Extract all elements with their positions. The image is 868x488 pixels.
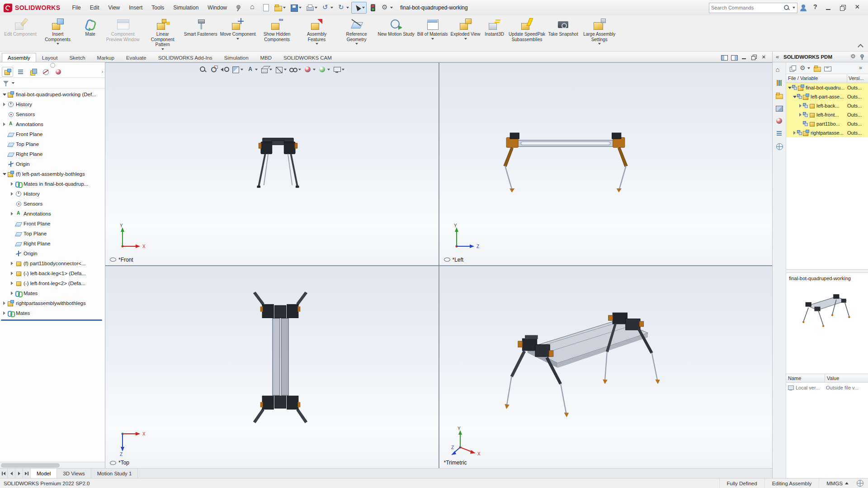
minimize-button[interactable] (821, 1, 835, 14)
view-tool-button[interactable] (245, 65, 258, 74)
expand-toggle[interactable] (1, 112, 7, 117)
ribbon-button[interactable]: Move Component (219, 16, 257, 51)
expand-toggle[interactable] (1, 151, 7, 157)
task-pane-tab[interactable] (774, 129, 784, 138)
expand-toggle[interactable] (9, 221, 15, 227)
ribbon-button[interactable]: Mate (78, 16, 103, 51)
ribbon-button[interactable]: Show Hidden Components (257, 16, 297, 51)
command-tab[interactable]: Evaluate (120, 53, 152, 62)
filter-caret-icon[interactable] (12, 82, 14, 84)
tree-item[interactable]: Mates in final-bot-quadrup... (0, 179, 105, 189)
quick-access-button[interactable] (351, 2, 367, 14)
pdm-toolbar-button[interactable] (799, 65, 810, 72)
ribbon-button[interactable]: Instant3D (482, 16, 507, 51)
pdm-options-gear-icon[interactable] (850, 53, 857, 61)
expand-toggle[interactable] (787, 85, 792, 91)
view-tool-button[interactable] (260, 65, 273, 74)
expand-toggle[interactable] (9, 271, 15, 277)
expand-toggle[interactable] (1, 171, 7, 177)
tree-item[interactable]: Right Plane (0, 239, 105, 249)
quick-access-button[interactable] (248, 2, 259, 14)
document-minimize-icon[interactable] (741, 54, 748, 61)
quick-access-button[interactable] (260, 2, 272, 14)
expand-toggle[interactable] (9, 191, 15, 197)
pdm-file-row[interactable]: left-back... Outs... (786, 101, 868, 110)
quick-access-button[interactable] (379, 2, 395, 14)
expand-toggle[interactable] (792, 130, 797, 136)
expand-toggle[interactable] (9, 251, 15, 257)
tree-item[interactable]: Mates (0, 308, 105, 318)
menu-item[interactable]: View (104, 2, 124, 13)
expand-toggle[interactable] (9, 241, 15, 247)
property-row[interactable]: Local ver... Outside file v... (786, 383, 868, 393)
column-header-value[interactable]: Value (825, 374, 868, 382)
command-tab[interactable]: MBD (255, 53, 278, 62)
tree-item[interactable]: (-) left-back-leg<1> (Defa... (0, 268, 105, 278)
search-scope-caret-icon[interactable] (793, 7, 795, 9)
command-tab[interactable]: SOLIDWORKS Add-Ins (152, 53, 218, 62)
ribbon-button[interactable]: Bill of Materials (416, 16, 449, 51)
command-tab[interactable]: SOLIDWORKS CAM (278, 53, 338, 62)
view-tool-button[interactable] (231, 65, 244, 74)
status-item[interactable]: MMGS (819, 479, 856, 488)
collapse-task-pane-icon[interactable] (776, 53, 781, 61)
login-button[interactable] (797, 2, 809, 14)
ribbon-collapse-icon[interactable] (857, 44, 863, 48)
feature-manager-tab[interactable] (52, 67, 64, 77)
command-tab[interactable]: Markup (91, 53, 120, 62)
tree-item[interactable]: Right Plane (0, 149, 105, 159)
expand-toggle[interactable] (792, 94, 797, 100)
menu-item[interactable]: File (67, 2, 85, 13)
ribbon-button[interactable]: Smart Fasteners (183, 16, 219, 51)
viewport-left[interactable]: Y Z *Left (439, 63, 773, 265)
pane-left-icon[interactable] (721, 54, 728, 61)
feature-manager-tab[interactable] (2, 67, 13, 77)
feature-manager-tab[interactable] (27, 67, 38, 77)
tree-horizontal-scrollbar[interactable] (0, 462, 105, 468)
tree-item[interactable]: Top Plane (0, 139, 105, 149)
view-tool-button[interactable] (274, 65, 287, 74)
ribbon-button[interactable]: Large Assembly Settings (580, 16, 619, 51)
expand-toggle[interactable] (1, 300, 7, 306)
quick-access-button[interactable] (304, 2, 319, 14)
document-restore-icon[interactable] (750, 54, 758, 61)
column-header-name[interactable]: Name (786, 374, 825, 382)
task-pane-tab[interactable] (774, 66, 784, 75)
search-input[interactable] (711, 5, 782, 10)
column-header-version[interactable]: Versi... (847, 74, 868, 83)
more-tabs-arrow-icon[interactable]: › (102, 69, 103, 74)
pane-right-icon[interactable] (731, 54, 738, 61)
next-tab-button[interactable] (15, 469, 23, 478)
expand-toggle[interactable] (1, 131, 7, 137)
ribbon-button[interactable]: Take Snapshot (547, 16, 580, 51)
search-icon[interactable] (783, 5, 790, 11)
tree-item[interactable]: Origin (0, 249, 105, 258)
tree-item[interactable]: rightpartassemblywithbothlegs (0, 298, 105, 308)
menu-item[interactable]: Window (203, 2, 231, 13)
expand-toggle[interactable] (9, 231, 15, 237)
expand-toggle[interactable] (1, 310, 7, 316)
feature-manager-tab[interactable] (14, 67, 26, 77)
ribbon-button[interactable]: Edit Component (3, 16, 38, 51)
status-item[interactable]: Fully Defined (719, 479, 764, 488)
tree-item[interactable]: History (0, 189, 105, 199)
ribbon-button[interactable]: Reference Geometry (337, 16, 377, 51)
expand-toggle[interactable] (1, 161, 7, 167)
view-tool-button[interactable] (303, 65, 316, 74)
filter-funnel-icon[interactable] (2, 80, 9, 87)
tree-item[interactable]: Sensors (0, 109, 105, 119)
feature-manager-tab[interactable] (40, 67, 51, 77)
expand-toggle[interactable] (9, 201, 15, 207)
expand-toggle[interactable] (1, 122, 7, 127)
status-item[interactable]: Editing Assembly (764, 479, 819, 488)
model-tab[interactable]: Model (31, 469, 57, 478)
expand-toggle[interactable] (9, 211, 15, 217)
expand-toggle[interactable] (9, 281, 15, 286)
restore-button[interactable] (835, 1, 850, 14)
tree-item[interactable]: History (0, 99, 105, 109)
command-tab[interactable]: Assembly (2, 53, 36, 62)
expand-toggle[interactable] (798, 121, 803, 127)
quick-access-button[interactable] (320, 2, 335, 14)
preview-splitter[interactable] (786, 269, 868, 273)
ribbon-button[interactable]: Insert Components (38, 16, 78, 51)
